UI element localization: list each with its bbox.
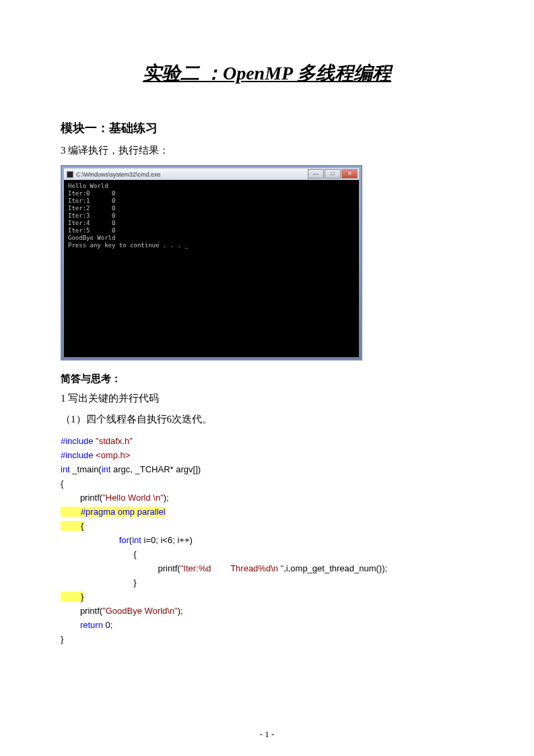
code-block: #include "stdafx.h" #include <omp.h> int… — [61, 434, 473, 646]
console-screenshot: C:\Windows\system32\cmd.exe — □ ✕ Hello … — [61, 165, 362, 360]
code-line-highlighted: #pragma omp parallel — [61, 505, 473, 519]
window-buttons: — □ ✕ — [308, 169, 358, 179]
code-line: int _tmain(int argc, _TCHAR* argv[]) — [61, 462, 473, 476]
qa-item-1: 1 写出关键的并行代码 — [61, 392, 473, 405]
console-output: Hello World Iter:0 0 Iter:1 0 Iter:2 0 I… — [64, 180, 359, 357]
code-line: #include "stdafx.h" — [61, 434, 473, 448]
module-heading: 模块一：基础练习 — [61, 120, 473, 136]
page-title: 实验二 ：OpenMP 多线程编程 — [61, 61, 473, 86]
code-line: } — [61, 575, 473, 590]
close-button: ✕ — [341, 169, 358, 179]
document-page: 实验二 ：OpenMP 多线程编程 模块一：基础练习 3 编译执行，执行结果： … — [0, 0, 534, 756]
maximize-button: □ — [325, 169, 341, 179]
page-number: - 1 - — [0, 729, 534, 740]
console-titlebar: C:\Windows\system32\cmd.exe — □ ✕ — [64, 168, 359, 180]
qa-heading: 简答与思考： — [61, 373, 473, 385]
code-line-highlighted: { — [61, 519, 473, 533]
cmd-icon — [67, 171, 73, 178]
code-line: #include <omp.h> — [61, 448, 473, 462]
code-line: printf("Hello World \n"); — [61, 491, 473, 505]
console-path: C:\Windows\system32\cmd.exe — [76, 171, 161, 178]
code-line: { — [61, 476, 473, 491]
qa-sub-1: （1）四个线程各自执行6次迭代。 — [61, 413, 473, 426]
module-item-3: 3 编译执行，执行结果： — [61, 144, 473, 157]
minimize-button: — — [308, 169, 324, 179]
code-line: printf("Iter:%d Thread%d\n ",i,omp_get_t… — [61, 561, 473, 575]
code-line: return 0; — [61, 618, 473, 632]
code-line: } — [61, 632, 473, 646]
code-line: printf("GoodBye World\n"); — [61, 604, 473, 618]
code-line-highlighted: } — [61, 590, 473, 604]
code-line: { — [61, 547, 473, 561]
code-line: for(int i=0; i<6; i++) — [61, 533, 473, 547]
